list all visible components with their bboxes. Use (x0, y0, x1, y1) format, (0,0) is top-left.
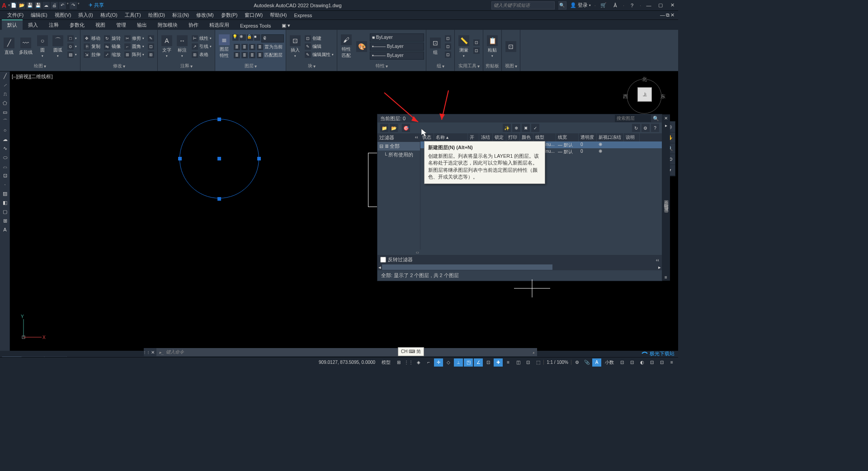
gear-icon[interactable]: ⚙ (572, 358, 581, 367)
measure-button[interactable]: 📏测量▾ (457, 34, 471, 59)
qat-redo-icon[interactable]: ↷ (70, 2, 77, 9)
menu-edit[interactable]: 编辑(E) (27, 12, 51, 19)
tool-rect[interactable]: ▭ (0, 108, 10, 117)
filter-all[interactable]: ⊟ ≣全部 (377, 142, 420, 151)
modify-misc-2[interactable]: ⊡ (146, 43, 156, 50)
rotate-button[interactable]: ↻旋转 (103, 35, 122, 42)
menu-window[interactable]: 窗口(W) (241, 12, 266, 19)
close-button[interactable]: ✕ (668, 1, 676, 9)
clean-icon[interactable]: ⊡ (657, 358, 666, 367)
infer-icon[interactable]: ◈ (414, 358, 423, 367)
workspace-icon[interactable]: ⊡ (618, 358, 627, 367)
mirror-button[interactable]: ⇋镜像 (103, 43, 122, 50)
snap-icon[interactable]: ⋮⋮ (404, 358, 413, 367)
new-layer-button[interactable]: ✨ (503, 124, 511, 132)
custom-icon[interactable]: ≡ (667, 358, 676, 367)
layer-dropdown[interactable]: 0▾ (261, 34, 284, 42)
tool-ellipsearc[interactable]: ⌓ (0, 162, 10, 171)
group-button[interactable]: ⊡组 (428, 37, 443, 57)
grip-top[interactable] (217, 118, 221, 121)
copy-button[interactable]: ⎘复制 (82, 43, 102, 50)
layer-props-button[interactable]: ≣图层 特性 (217, 33, 231, 60)
grip-center[interactable] (217, 157, 221, 160)
ribbon-tab-home[interactable]: 默认 (2, 19, 23, 30)
col-lock[interactable]: 锁定 (493, 133, 506, 141)
help-icon[interactable]: ? (628, 1, 636, 9)
isolate-icon[interactable]: ◐ (637, 358, 646, 367)
search-icon[interactable]: 🔍 (558, 1, 566, 9)
col-on[interactable]: 开 (468, 133, 479, 141)
tool-ellipse[interactable]: ⬭ (0, 153, 10, 162)
lineweight-dropdown[interactable]: ——— ByLayer▾ (370, 42, 424, 51)
menu-file[interactable]: 文件(F) (4, 12, 27, 19)
col-linetype[interactable]: 线型 (533, 133, 556, 141)
polyline-button[interactable]: 〰多段线 (17, 37, 34, 57)
menu-format[interactable]: 格式(O) (97, 12, 121, 19)
tool-block[interactable]: ⊡ (0, 171, 10, 180)
ribbon-tab-annotate[interactable]: 注释 (43, 19, 64, 30)
layer-search-icon[interactable]: 🔍 (653, 116, 659, 122)
match-props-button[interactable]: 🖌特性 匹配 (339, 33, 354, 60)
lwt-icon[interactable]: ≡ (504, 358, 513, 367)
units-display[interactable]: 小数 (602, 359, 617, 366)
layer-icons-row-2[interactable]: ≣≣≣≣置为当前 (232, 43, 284, 51)
layer-search-input[interactable]: 搜索图层 (615, 115, 651, 122)
ribbon-tab-parametric[interactable]: 参数化 (64, 19, 90, 30)
menu-insert[interactable]: 插入(I) (75, 12, 96, 19)
menu-help[interactable]: 帮助(H) (266, 12, 290, 19)
set-current-button[interactable]: ✓ (531, 124, 539, 132)
paste-button[interactable]: 📋粘贴▾ (485, 34, 500, 59)
block-create-button[interactable]: ⊡创建 (303, 35, 335, 42)
ribbon-tab-insert[interactable]: 插入 (23, 19, 43, 30)
layer-refresh-icon[interactable]: ↻ (632, 124, 640, 132)
otrack-icon[interactable]: ∠ (474, 358, 483, 367)
draw-misc-3[interactable]: ▨▾ (66, 51, 78, 58)
menu-view[interactable]: 视图(V) (51, 12, 75, 19)
commandline-grip[interactable]: ⋮⋮ (144, 348, 149, 356)
menu-tools[interactable]: 工具(T) (121, 12, 145, 19)
qat-web-icon[interactable]: ☁ (42, 2, 50, 9)
search-input[interactable]: 键入关键字或短语 (491, 1, 555, 9)
qat-plot-icon[interactable]: 🖨 (51, 2, 58, 9)
fillet-button[interactable]: ⌐圆角▾ (123, 43, 146, 50)
col-freeze[interactable]: 冻结 (479, 133, 493, 141)
tpy-icon[interactable]: ◫ (514, 358, 523, 367)
doc-minimize-button[interactable]: — (660, 12, 665, 18)
commandline-close-icon[interactable]: ✕ (149, 348, 156, 356)
leader-button[interactable]: ↗引线▾ (190, 43, 213, 50)
tool-mtext[interactable]: A (0, 225, 10, 234)
command-input[interactable]: ▸_ 键入命令 ▴ (156, 348, 537, 356)
line-button[interactable]: ╱直线 (2, 37, 16, 57)
tool-pline[interactable]: ⎍ (0, 89, 10, 99)
table-button[interactable]: ⊞表格 (190, 51, 213, 58)
scale-display[interactable]: 1:1 / 100% (543, 360, 571, 365)
circle-button[interactable]: ○圆▾ (35, 34, 50, 59)
menu-express[interactable]: Express (290, 13, 316, 18)
tool-xline[interactable]: ⟋ (0, 80, 10, 89)
ribbon-tab-collaborate[interactable]: 协作 (183, 19, 204, 30)
ribbon-tab-express[interactable]: Express Tools (235, 21, 276, 30)
modify-misc-3[interactable]: ⊞ (146, 51, 156, 58)
menu-draw[interactable]: 绘图(D) (145, 12, 169, 19)
grip-right[interactable] (257, 157, 261, 160)
minimize-button[interactable]: — (645, 1, 653, 9)
tool-point[interactable]: · (0, 180, 10, 189)
linear-button[interactable]: ⊢线性▾ (190, 35, 213, 42)
tool-arc[interactable]: ⌒ (0, 117, 10, 126)
color-dropdown[interactable]: ■ ByLayer▾ (370, 33, 424, 42)
dimension-button[interactable]: ↔标注▾ (175, 34, 189, 59)
qat-new-icon[interactable]: 📄 (10, 2, 17, 9)
menu-modify[interactable]: 修改(M) (193, 12, 217, 19)
new-layer-freeze-button[interactable]: ❄ (512, 124, 520, 132)
panel-menu-icon[interactable]: ≡ (662, 273, 670, 281)
share-button[interactable]: ✈ 共享 (89, 2, 104, 9)
ribbon-tab-output[interactable]: 输出 (132, 19, 152, 30)
iso-icon[interactable]: ◇ (444, 358, 453, 367)
ortho-icon[interactable]: ⌐ (424, 358, 433, 367)
doc-close-button[interactable]: ✕ (670, 12, 675, 18)
auto-scale-icon[interactable]: A (592, 358, 601, 367)
qat-open-icon[interactable]: 📂 (18, 2, 25, 9)
stretch-button[interactable]: ⇲拉伸 (82, 51, 102, 58)
qat-undo-icon[interactable]: ↶ (59, 2, 66, 9)
layer-hscrollbar[interactable]: ◂ ▸ (377, 264, 662, 270)
